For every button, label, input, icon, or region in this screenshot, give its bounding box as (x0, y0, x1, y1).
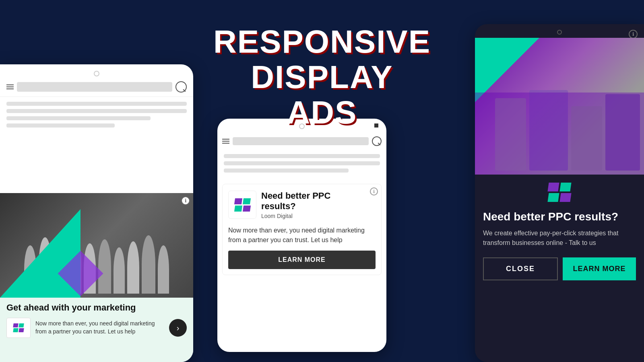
ad-title-left: Get ahead with your marketing (6, 302, 187, 313)
content-line (224, 161, 380, 165)
info-icon-left[interactable]: ℹ (181, 196, 190, 205)
right-tablet-mockup: ℹ Need (475, 24, 644, 362)
browser-bar-left (0, 64, 193, 97)
learn-more-button-center[interactable]: LEARN MORE (228, 251, 376, 269)
ad-text-left: Get ahead with your marketing (0, 298, 193, 343)
ad-bottom-row: Now more than ever, you need digital mar… (6, 318, 187, 338)
content-line (224, 154, 380, 158)
search-icon-center[interactable] (372, 136, 382, 146)
center-phone-mockup: ℹ Need better PPC results? (217, 119, 386, 352)
search-bar-center[interactable] (233, 137, 369, 145)
hamburger-icon-center[interactable] (222, 139, 229, 144)
ad-brand-center: Loom Digital (261, 213, 330, 219)
learn-more-button-right[interactable]: LEARN MORE (563, 257, 636, 280)
content-line (6, 116, 151, 120)
loom-logo-center (228, 191, 256, 219)
info-icon-center[interactable]: ℹ (370, 187, 378, 195)
content-line (6, 123, 115, 128)
tablet-camera-right (557, 30, 562, 35)
office-photo-bg (475, 38, 644, 175)
content-line (6, 109, 187, 113)
purple-overlay-right (475, 93, 644, 175)
info-icon-right[interactable]: ℹ (629, 30, 638, 39)
left-phone-mockup: ℹ Get ahead with your marketing (0, 64, 193, 362)
ad-desc-left: Now more than ever, you need digital mar… (35, 320, 164, 335)
page-title-area: RESPONSIVE DISPLAY ADS (181, 24, 463, 130)
arrow-button-left[interactable]: › (169, 319, 187, 337)
ad-header-center: Need better PPC results? Loom Digital (223, 184, 381, 223)
ad-title-right: Need better PPC results? (483, 210, 636, 224)
ad-title-center: Need better PPC results? (261, 191, 330, 212)
ad-body-center: Now more than ever, you need digital mar… (223, 223, 381, 251)
ad-card-center: ℹ Need better PPC results? (222, 184, 382, 275)
hamburger-icon-left[interactable] (6, 84, 14, 89)
tablet-camera-area (475, 24, 644, 38)
content-line (6, 102, 187, 106)
page-title: RESPONSIVE DISPLAY ADS (181, 24, 463, 130)
content-lines-center (217, 149, 386, 181)
loom-logo-right-container (475, 175, 644, 210)
search-bar-left[interactable] (17, 82, 172, 92)
close-button-right[interactable]: CLOSE (483, 257, 558, 280)
ad-card-left: ℹ Get ahead with your marketing (0, 193, 193, 362)
ad-buttons-right: CLOSE LEARN MORE (483, 257, 636, 280)
ad-desc-right: We create effective pay-per-click strate… (483, 228, 636, 248)
ad-header-text-center: Need better PPC results? Loom Digital (261, 191, 330, 219)
ad-image-left: ℹ (0, 193, 193, 298)
team-photo-bg (0, 193, 193, 298)
loom-logo-left (6, 318, 31, 338)
content-lines-left (0, 97, 193, 136)
content-line (224, 169, 349, 173)
ad-image-right (475, 38, 644, 175)
phone-camera-left (94, 71, 99, 76)
ad-text-right: Need better PPC results? We create effec… (475, 210, 644, 288)
